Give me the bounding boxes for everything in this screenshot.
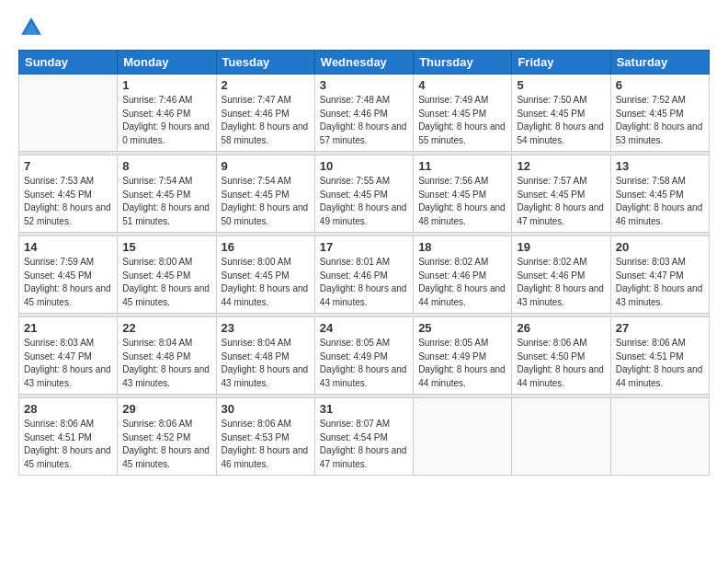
day-number: 2 [222, 78, 310, 92]
day-info: Sunrise: 7:58 AMSunset: 4:45 PMDaylight:… [616, 175, 704, 228]
day-info: Sunrise: 8:06 AMSunset: 4:51 PMDaylight:… [616, 337, 704, 390]
calendar-day-cell [512, 398, 610, 476]
calendar-day-cell: 28Sunrise: 8:06 AMSunset: 4:51 PMDayligh… [19, 398, 118, 476]
day-info: Sunrise: 8:05 AMSunset: 4:49 PMDaylight:… [418, 337, 506, 390]
day-number: 7 [24, 159, 112, 173]
calendar-day-cell: 11Sunrise: 7:56 AMSunset: 4:45 PMDayligh… [414, 155, 512, 233]
weekday-header: Thursday [414, 51, 512, 75]
calendar-table: SundayMondayTuesdayWednesdayThursdayFrid… [18, 50, 710, 476]
day-number: 6 [616, 78, 704, 92]
day-info: Sunrise: 8:02 AMSunset: 4:46 PMDaylight:… [517, 256, 605, 309]
calendar-week-row: 14Sunrise: 7:59 AMSunset: 4:45 PMDayligh… [19, 236, 710, 314]
calendar-day-cell: 30Sunrise: 8:06 AMSunset: 4:53 PMDayligh… [216, 398, 314, 476]
calendar-day-cell: 3Sunrise: 7:48 AMSunset: 4:46 PMDaylight… [314, 75, 413, 152]
day-number: 12 [517, 159, 605, 173]
weekday-header: Sunday [19, 51, 118, 75]
calendar-day-cell: 23Sunrise: 8:04 AMSunset: 4:48 PMDayligh… [216, 317, 314, 395]
day-info: Sunrise: 8:03 AMSunset: 4:47 PMDaylight:… [616, 256, 704, 309]
day-info: Sunrise: 7:56 AMSunset: 4:45 PMDaylight:… [418, 175, 506, 228]
day-number: 31 [320, 402, 408, 416]
day-info: Sunrise: 8:03 AMSunset: 4:47 PMDaylight:… [24, 337, 112, 390]
calendar-day-cell: 10Sunrise: 7:55 AMSunset: 4:45 PMDayligh… [314, 155, 413, 233]
calendar-day-cell: 27Sunrise: 8:06 AMSunset: 4:51 PMDayligh… [610, 317, 709, 395]
day-info: Sunrise: 8:05 AMSunset: 4:49 PMDaylight:… [320, 337, 408, 390]
calendar-day-cell: 19Sunrise: 8:02 AMSunset: 4:46 PMDayligh… [512, 236, 610, 314]
calendar-day-cell: 16Sunrise: 8:00 AMSunset: 4:45 PMDayligh… [216, 236, 314, 314]
day-info: Sunrise: 8:06 AMSunset: 4:52 PMDaylight:… [122, 418, 210, 471]
day-info: Sunrise: 8:01 AMSunset: 4:46 PMDaylight:… [320, 256, 408, 309]
calendar-day-cell: 25Sunrise: 8:05 AMSunset: 4:49 PMDayligh… [414, 317, 512, 395]
day-number: 22 [122, 321, 210, 335]
calendar-day-cell: 4Sunrise: 7:49 AMSunset: 4:45 PMDaylight… [414, 75, 512, 152]
header [18, 15, 710, 40]
calendar-day-cell: 12Sunrise: 7:57 AMSunset: 4:45 PMDayligh… [512, 155, 610, 233]
day-number: 15 [122, 240, 210, 254]
day-number: 26 [517, 321, 605, 335]
day-number: 30 [222, 402, 310, 416]
calendar-day-cell: 15Sunrise: 8:00 AMSunset: 4:45 PMDayligh… [118, 236, 216, 314]
calendar-day-cell: 6Sunrise: 7:52 AMSunset: 4:45 PMDaylight… [610, 75, 709, 152]
day-number: 3 [320, 78, 408, 92]
day-number: 21 [24, 321, 112, 335]
calendar-day-cell: 17Sunrise: 8:01 AMSunset: 4:46 PMDayligh… [314, 236, 413, 314]
day-info: Sunrise: 8:00 AMSunset: 4:45 PMDaylight:… [122, 256, 210, 309]
calendar-day-cell [414, 398, 512, 476]
calendar-day-cell: 8Sunrise: 7:54 AMSunset: 4:45 PMDaylight… [118, 155, 216, 233]
calendar-day-cell: 5Sunrise: 7:50 AMSunset: 4:45 PMDaylight… [512, 75, 610, 152]
day-info: Sunrise: 8:04 AMSunset: 4:48 PMDaylight:… [122, 337, 210, 390]
day-number: 13 [616, 159, 704, 173]
day-info: Sunrise: 8:04 AMSunset: 4:48 PMDaylight:… [222, 337, 310, 390]
day-number: 4 [418, 78, 506, 92]
day-number: 25 [418, 321, 506, 335]
day-number: 20 [616, 240, 704, 254]
calendar-day-cell: 24Sunrise: 8:05 AMSunset: 4:49 PMDayligh… [314, 317, 413, 395]
weekday-header: Wednesday [314, 51, 413, 75]
calendar-week-row: 28Sunrise: 8:06 AMSunset: 4:51 PMDayligh… [19, 398, 710, 476]
day-info: Sunrise: 7:50 AMSunset: 4:45 PMDaylight:… [517, 94, 605, 147]
weekday-header: Saturday [610, 51, 709, 75]
day-number: 8 [122, 159, 210, 173]
day-number: 19 [517, 240, 605, 254]
weekday-header: Monday [118, 51, 216, 75]
day-number: 27 [616, 321, 704, 335]
day-number: 9 [222, 159, 310, 173]
day-number: 1 [122, 78, 210, 92]
day-number: 29 [122, 402, 210, 416]
calendar-week-row: 7Sunrise: 7:53 AMSunset: 4:45 PMDaylight… [19, 155, 710, 233]
day-info: Sunrise: 7:48 AMSunset: 4:46 PMDaylight:… [320, 94, 408, 147]
day-info: Sunrise: 7:54 AMSunset: 4:45 PMDaylight:… [122, 175, 210, 228]
weekday-header: Tuesday [216, 51, 314, 75]
calendar-day-cell: 14Sunrise: 7:59 AMSunset: 4:45 PMDayligh… [19, 236, 118, 314]
day-info: Sunrise: 8:06 AMSunset: 4:51 PMDaylight:… [24, 418, 112, 471]
day-number: 17 [320, 240, 408, 254]
day-number: 24 [320, 321, 408, 335]
calendar-day-cell: 7Sunrise: 7:53 AMSunset: 4:45 PMDaylight… [19, 155, 118, 233]
logo-icon [18, 15, 44, 40]
page: SundayMondayTuesdayWednesdayThursdayFrid… [0, 0, 728, 563]
calendar-day-cell: 29Sunrise: 8:06 AMSunset: 4:52 PMDayligh… [118, 398, 216, 476]
day-number: 18 [418, 240, 506, 254]
day-number: 23 [222, 321, 310, 335]
calendar-day-cell: 31Sunrise: 8:07 AMSunset: 4:54 PMDayligh… [314, 398, 413, 476]
day-number: 11 [418, 159, 506, 173]
day-info: Sunrise: 7:47 AMSunset: 4:46 PMDaylight:… [222, 94, 310, 147]
logo [18, 15, 48, 40]
calendar-day-cell: 21Sunrise: 8:03 AMSunset: 4:47 PMDayligh… [19, 317, 118, 395]
day-number: 14 [24, 240, 112, 254]
day-info: Sunrise: 8:00 AMSunset: 4:45 PMDaylight:… [222, 256, 310, 309]
weekday-header: Friday [512, 51, 610, 75]
day-number: 10 [320, 159, 408, 173]
day-info: Sunrise: 8:02 AMSunset: 4:46 PMDaylight:… [418, 256, 506, 309]
calendar-day-cell: 1Sunrise: 7:46 AMSunset: 4:46 PMDaylight… [118, 75, 216, 152]
calendar-day-cell: 2Sunrise: 7:47 AMSunset: 4:46 PMDaylight… [216, 75, 314, 152]
calendar-day-cell: 13Sunrise: 7:58 AMSunset: 4:45 PMDayligh… [610, 155, 709, 233]
calendar-week-row: 1Sunrise: 7:46 AMSunset: 4:46 PMDaylight… [19, 75, 710, 152]
day-info: Sunrise: 7:49 AMSunset: 4:45 PMDaylight:… [418, 94, 506, 147]
calendar-day-cell: 22Sunrise: 8:04 AMSunset: 4:48 PMDayligh… [118, 317, 216, 395]
calendar-week-row: 21Sunrise: 8:03 AMSunset: 4:47 PMDayligh… [19, 317, 710, 395]
day-number: 28 [24, 402, 112, 416]
day-info: Sunrise: 7:54 AMSunset: 4:45 PMDaylight:… [222, 175, 310, 228]
day-number: 5 [517, 78, 605, 92]
day-info: Sunrise: 8:06 AMSunset: 4:50 PMDaylight:… [517, 337, 605, 390]
calendar-day-cell [610, 398, 709, 476]
